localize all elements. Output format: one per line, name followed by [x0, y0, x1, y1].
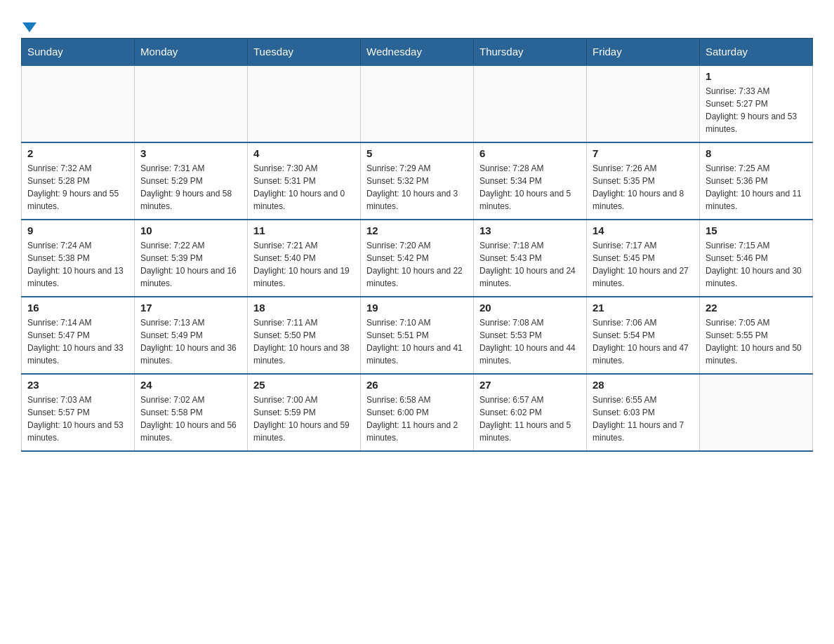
day-number: 14	[593, 224, 694, 236]
calendar-cell: 17Sunrise: 7:13 AM Sunset: 5:49 PM Dayli…	[135, 297, 248, 374]
day-number: 11	[253, 224, 355, 236]
day-number: 12	[366, 224, 468, 236]
calendar-cell	[135, 65, 248, 142]
day-number: 28	[593, 379, 694, 391]
calendar-week-row-3: 9Sunrise: 7:24 AM Sunset: 5:38 PM Daylig…	[22, 220, 813, 297]
logo-arrow-icon	[22, 22, 37, 32]
day-number: 4	[253, 147, 355, 159]
day-number: 22	[706, 302, 807, 314]
calendar-cell: 24Sunrise: 7:02 AM Sunset: 5:58 PM Dayli…	[135, 374, 248, 451]
calendar-cell: 15Sunrise: 7:15 AM Sunset: 5:46 PM Dayli…	[700, 220, 813, 297]
day-number: 1	[706, 70, 807, 82]
calendar-cell: 11Sunrise: 7:21 AM Sunset: 5:40 PM Dayli…	[248, 220, 361, 297]
calendar-week-row-1: 1Sunrise: 7:33 AM Sunset: 5:27 PM Daylig…	[22, 65, 813, 142]
day-info: Sunrise: 7:28 AM Sunset: 5:34 PM Dayligh…	[479, 162, 581, 213]
calendar-cell: 5Sunrise: 7:29 AM Sunset: 5:32 PM Daylig…	[361, 142, 474, 220]
day-info: Sunrise: 7:17 AM Sunset: 5:45 PM Dayligh…	[593, 239, 694, 290]
calendar-cell: 2Sunrise: 7:32 AM Sunset: 5:28 PM Daylig…	[22, 142, 135, 220]
day-info: Sunrise: 7:33 AM Sunset: 5:27 PM Dayligh…	[706, 85, 807, 135]
calendar-week-row-4: 16Sunrise: 7:14 AM Sunset: 5:47 PM Dayli…	[22, 297, 813, 374]
calendar-cell: 20Sunrise: 7:08 AM Sunset: 5:53 PM Dayli…	[474, 297, 587, 374]
day-number: 16	[27, 302, 128, 314]
day-number: 19	[366, 302, 468, 314]
day-info: Sunrise: 7:22 AM Sunset: 5:39 PM Dayligh…	[140, 239, 241, 290]
calendar-cell: 14Sunrise: 7:17 AM Sunset: 5:45 PM Dayli…	[587, 220, 700, 297]
day-info: Sunrise: 7:08 AM Sunset: 5:53 PM Dayligh…	[479, 316, 581, 367]
day-info: Sunrise: 7:03 AM Sunset: 5:57 PM Dayligh…	[27, 394, 128, 444]
calendar-cell	[474, 65, 587, 142]
calendar-cell: 26Sunrise: 6:58 AM Sunset: 6:00 PM Dayli…	[361, 374, 474, 451]
day-info: Sunrise: 7:06 AM Sunset: 5:54 PM Dayligh…	[593, 316, 694, 367]
calendar-cell	[22, 65, 135, 142]
day-info: Sunrise: 7:10 AM Sunset: 5:51 PM Dayligh…	[366, 316, 468, 367]
day-info: Sunrise: 7:18 AM Sunset: 5:43 PM Dayligh…	[479, 239, 581, 290]
calendar-header-sunday: Sunday	[22, 39, 135, 66]
day-number: 21	[593, 302, 694, 314]
day-info: Sunrise: 6:58 AM Sunset: 6:00 PM Dayligh…	[366, 394, 468, 444]
calendar-cell: 10Sunrise: 7:22 AM Sunset: 5:39 PM Dayli…	[135, 220, 248, 297]
calendar-header-tuesday: Tuesday	[248, 39, 361, 66]
calendar-cell: 6Sunrise: 7:28 AM Sunset: 5:34 PM Daylig…	[474, 142, 587, 220]
day-number: 26	[366, 379, 468, 391]
calendar-cell: 28Sunrise: 6:55 AM Sunset: 6:03 PM Dayli…	[587, 374, 700, 451]
day-info: Sunrise: 7:02 AM Sunset: 5:58 PM Dayligh…	[140, 394, 241, 444]
calendar-cell	[248, 65, 361, 142]
calendar-cell: 8Sunrise: 7:25 AM Sunset: 5:36 PM Daylig…	[700, 142, 813, 220]
day-info: Sunrise: 6:57 AM Sunset: 6:02 PM Dayligh…	[479, 394, 581, 444]
day-number: 25	[253, 379, 355, 391]
calendar-cell: 13Sunrise: 7:18 AM Sunset: 5:43 PM Dayli…	[474, 220, 587, 297]
logo	[21, 14, 37, 31]
day-info: Sunrise: 7:05 AM Sunset: 5:55 PM Dayligh…	[706, 316, 807, 367]
calendar-header-friday: Friday	[587, 39, 700, 66]
calendar-cell: 7Sunrise: 7:26 AM Sunset: 5:35 PM Daylig…	[587, 142, 700, 220]
day-number: 3	[140, 147, 241, 159]
day-info: Sunrise: 7:32 AM Sunset: 5:28 PM Dayligh…	[27, 162, 128, 213]
calendar-week-row-5: 23Sunrise: 7:03 AM Sunset: 5:57 PM Dayli…	[22, 374, 813, 451]
calendar-cell	[361, 65, 474, 142]
day-number: 6	[479, 147, 581, 159]
calendar-cell	[587, 65, 700, 142]
calendar-cell: 12Sunrise: 7:20 AM Sunset: 5:42 PM Dayli…	[361, 220, 474, 297]
day-number: 5	[366, 147, 468, 159]
day-info: Sunrise: 7:20 AM Sunset: 5:42 PM Dayligh…	[366, 239, 468, 290]
day-info: Sunrise: 7:15 AM Sunset: 5:46 PM Dayligh…	[706, 239, 807, 290]
logo-general-text	[21, 20, 37, 32]
calendar-cell: 9Sunrise: 7:24 AM Sunset: 5:38 PM Daylig…	[22, 220, 135, 297]
calendar-header-monday: Monday	[135, 39, 248, 66]
day-number: 10	[140, 224, 241, 236]
calendar-cell: 18Sunrise: 7:11 AM Sunset: 5:50 PM Dayli…	[248, 297, 361, 374]
day-info: Sunrise: 7:31 AM Sunset: 5:29 PM Dayligh…	[140, 162, 241, 213]
day-number: 17	[140, 302, 241, 314]
day-number: 27	[479, 379, 581, 391]
day-info: Sunrise: 6:55 AM Sunset: 6:03 PM Dayligh…	[593, 394, 694, 444]
calendar-cell	[700, 374, 813, 451]
day-number: 9	[27, 224, 128, 236]
calendar-header-saturday: Saturday	[700, 39, 813, 66]
calendar-cell: 23Sunrise: 7:03 AM Sunset: 5:57 PM Dayli…	[22, 374, 135, 451]
day-number: 15	[706, 224, 807, 236]
calendar-cell: 27Sunrise: 6:57 AM Sunset: 6:02 PM Dayli…	[474, 374, 587, 451]
day-info: Sunrise: 7:00 AM Sunset: 5:59 PM Dayligh…	[253, 394, 355, 444]
calendar-cell: 3Sunrise: 7:31 AM Sunset: 5:29 PM Daylig…	[135, 142, 248, 220]
calendar-week-row-2: 2Sunrise: 7:32 AM Sunset: 5:28 PM Daylig…	[22, 142, 813, 220]
calendar-cell: 25Sunrise: 7:00 AM Sunset: 5:59 PM Dayli…	[248, 374, 361, 451]
day-number: 7	[593, 147, 694, 159]
day-number: 23	[27, 379, 128, 391]
day-info: Sunrise: 7:26 AM Sunset: 5:35 PM Dayligh…	[593, 162, 694, 213]
day-number: 24	[140, 379, 241, 391]
calendar-cell: 16Sunrise: 7:14 AM Sunset: 5:47 PM Dayli…	[22, 297, 135, 374]
calendar-header-row: SundayMondayTuesdayWednesdayThursdayFrid…	[22, 39, 813, 66]
calendar-cell: 22Sunrise: 7:05 AM Sunset: 5:55 PM Dayli…	[700, 297, 813, 374]
day-number: 2	[27, 147, 128, 159]
calendar-cell: 4Sunrise: 7:30 AM Sunset: 5:31 PM Daylig…	[248, 142, 361, 220]
day-info: Sunrise: 7:21 AM Sunset: 5:40 PM Dayligh…	[253, 239, 355, 290]
day-info: Sunrise: 7:11 AM Sunset: 5:50 PM Dayligh…	[253, 316, 355, 367]
day-number: 18	[253, 302, 355, 314]
calendar-table: SundayMondayTuesdayWednesdayThursdayFrid…	[21, 38, 813, 452]
day-number: 20	[479, 302, 581, 314]
day-info: Sunrise: 7:29 AM Sunset: 5:32 PM Dayligh…	[366, 162, 468, 213]
calendar-cell: 1Sunrise: 7:33 AM Sunset: 5:27 PM Daylig…	[700, 65, 813, 142]
day-info: Sunrise: 7:30 AM Sunset: 5:31 PM Dayligh…	[253, 162, 355, 213]
day-info: Sunrise: 7:14 AM Sunset: 5:47 PM Dayligh…	[27, 316, 128, 367]
calendar-header-thursday: Thursday	[474, 39, 587, 66]
